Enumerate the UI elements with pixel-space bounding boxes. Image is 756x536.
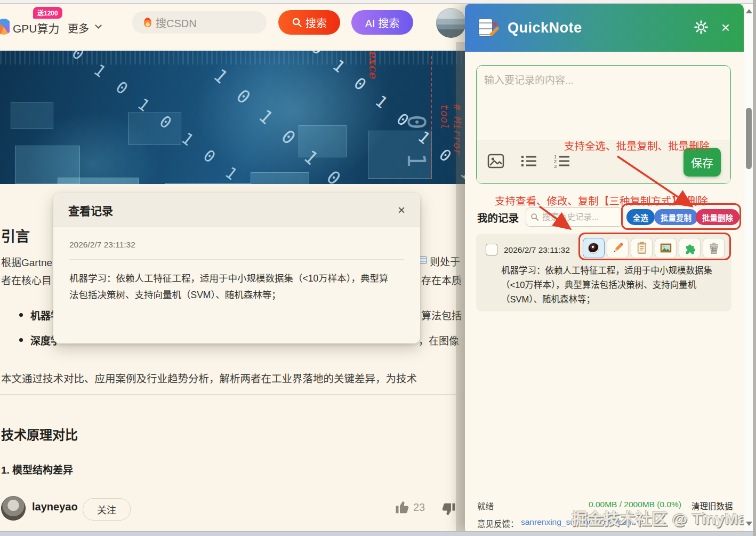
modal-title: 查看记录 <box>68 202 113 218</box>
settings-gear-icon[interactable] <box>693 19 710 36</box>
text-fragment: ，在图像 <box>419 333 459 347</box>
divider <box>0 394 456 395</box>
status-storage: 0.00MB / 2000MB (0.0%) <box>589 500 681 509</box>
follow-button[interactable]: 关注 <box>83 498 131 521</box>
article-banner-image: 0 1 0 1 0 1 0 1 0 1 0 1 0 1 0 1 0 0 1 0 … <box>0 51 465 184</box>
pencil-icon <box>611 241 625 255</box>
annotation-batch-text: 支持全选、批量复制、批量删除 <box>564 138 710 153</box>
batch-delete-button[interactable]: 批量删除 <box>696 209 739 225</box>
copy-extension-button[interactable] <box>679 238 701 258</box>
note-list-item: 2026/2/7 23:11:32 机器学习：依赖人 <box>476 234 731 311</box>
batch-copy-button[interactable]: 批量复制 <box>654 209 698 225</box>
note-actions <box>583 238 725 258</box>
delete-record-button[interactable] <box>703 238 725 258</box>
bullet-icon <box>19 313 23 317</box>
feedback-email-link[interactable]: sanrenxing_support@163.com <box>521 517 633 527</box>
inline-code-icon <box>419 256 427 264</box>
csdn-logo-icon <box>0 19 10 36</box>
note-input-card: 123 保存 <box>476 65 731 184</box>
clean-old-data-button[interactable]: 清理旧数据 <box>691 500 733 511</box>
record-timestamp: 2026/2/7 23:11:32 <box>69 240 404 250</box>
scroll-down-arrow[interactable] <box>746 522 752 526</box>
quicknote-header: QuickNote × <box>465 4 744 52</box>
feedback-label: 意见反馈： <box>477 517 519 529</box>
search-icon <box>292 17 302 28</box>
divider <box>69 259 404 260</box>
site-search-box[interactable]: 搜CSDN <box>132 11 267 34</box>
records-search-input[interactable] <box>542 212 612 222</box>
author-avatar[interactable] <box>1 496 26 521</box>
record-content: 机器学习：依赖人工特征工程，适用于中小规模数据集（<10万样本），典型算法包括决… <box>69 270 395 303</box>
note-content: 机器学习：依赖人工特征工程，适用于中小规模数据集（<10万样本），典型算法包括决… <box>501 263 722 307</box>
modal-body: 2026/2/7 23:11:32 机器学习：依赖人工特征工程，适用于中小规模数… <box>53 227 420 303</box>
eye-icon <box>588 243 599 254</box>
copy-image-button[interactable] <box>655 238 677 258</box>
banner-binary-text: 0 1 0 1 0 1 0 1 0 <box>68 51 266 184</box>
note-checkbox[interactable] <box>486 244 497 255</box>
intro-heading: 引言 <box>1 225 30 246</box>
modal-header: 查看记录 × <box>53 193 420 227</box>
flame-icon <box>144 18 151 27</box>
window-top-edge <box>0 0 756 4</box>
banner-binary-text: 0 1 0 <box>402 115 431 184</box>
image-icon <box>487 154 504 169</box>
site-search-placeholder: 搜CSDN <box>156 15 197 30</box>
user-avatar[interactable] <box>436 8 466 38</box>
ai-search-button[interactable]: AI 搜索 <box>351 10 413 35</box>
gpu-power-link[interactable]: GPU算力 <box>13 20 60 36</box>
window-bottom-edge <box>0 531 756 536</box>
thumbs-up-icon <box>395 499 411 515</box>
article-paragraph: 本文通过技术对比、应用案例及行业趋势分析，解析两者在工业界落地的关键差异，为技术 <box>1 370 465 386</box>
dislike-button[interactable] <box>440 501 456 519</box>
banner-red-text: exce <box>367 51 380 78</box>
panel-shadow-strip <box>456 42 465 531</box>
more-menu[interactable]: 更多 <box>68 20 89 36</box>
window-right-edge <box>753 0 756 536</box>
chevron-down-icon <box>95 22 102 29</box>
subsection-heading: 1. 模型结构差异 <box>1 462 73 476</box>
quicknote-panel: QuickNote × 123 保存 支持全选、批量复制、批 <box>465 4 744 532</box>
view-record-button[interactable] <box>583 238 605 258</box>
puzzle-icon <box>683 241 697 255</box>
records-heading: 我的记录 <box>477 210 519 225</box>
screen: GPU算力 送1200 更多 搜CSDN 搜索 AI 搜索 0 1 0 1 0 … <box>0 0 756 536</box>
intro-line: 者在核心目 <box>1 273 52 287</box>
copy-text-button[interactable] <box>631 238 653 258</box>
numbered-list-button[interactable]: 123 <box>552 153 572 171</box>
like-count: 23 <box>413 501 425 514</box>
like-button[interactable]: 23 <box>395 499 425 515</box>
clipboard-icon <box>635 241 649 255</box>
annotation-row-text: 支持查看、修改、复制【三种复制方式】、删除 <box>495 193 708 208</box>
site-toolbar: GPU算力 送1200 更多 搜CSDN 搜索 AI 搜索 <box>0 4 465 49</box>
close-icon[interactable]: × <box>721 20 730 35</box>
section-heading: 技术原理对比 <box>1 425 78 443</box>
author-name: layneyao <box>32 501 78 513</box>
gift-badge: 送1200 <box>33 7 62 19</box>
scroll-up-arrow[interactable] <box>746 9 752 13</box>
svg-text:3: 3 <box>554 164 557 168</box>
quicknote-logo-icon <box>479 18 497 38</box>
insert-image-button[interactable] <box>486 153 505 171</box>
status-ready: 就绪 <box>477 500 494 511</box>
quicknote-title: QuickNote <box>508 20 582 36</box>
view-record-modal: 查看记录 × 2026/2/7 23:11:32 机器学习：依赖人工特征工程，适… <box>53 193 420 343</box>
trash-icon <box>707 241 721 255</box>
scrollbar-thumb[interactable] <box>746 108 752 169</box>
records-search-box[interactable] <box>526 207 623 227</box>
scrollbar[interactable] <box>744 4 753 531</box>
note-timestamp: 2026/2/7 23:11:32 <box>504 245 570 255</box>
bullet-list-button[interactable] <box>519 153 538 171</box>
thumbs-down-icon <box>440 501 456 517</box>
search-button[interactable]: 搜索 <box>278 10 340 35</box>
bullet-list-icon <box>520 154 537 168</box>
note-input[interactable] <box>484 72 722 137</box>
intro-line: 根据Gartne <box>1 254 52 269</box>
select-all-button[interactable]: 全选 <box>626 209 655 225</box>
edit-record-button[interactable] <box>607 238 629 258</box>
picture-icon <box>659 241 673 255</box>
search-button-label: 搜索 <box>305 15 327 30</box>
banner-dashed-line <box>431 56 432 179</box>
close-icon[interactable]: × <box>398 204 405 217</box>
numbered-list-icon: 123 <box>553 154 570 168</box>
bullet-icon <box>19 338 23 342</box>
